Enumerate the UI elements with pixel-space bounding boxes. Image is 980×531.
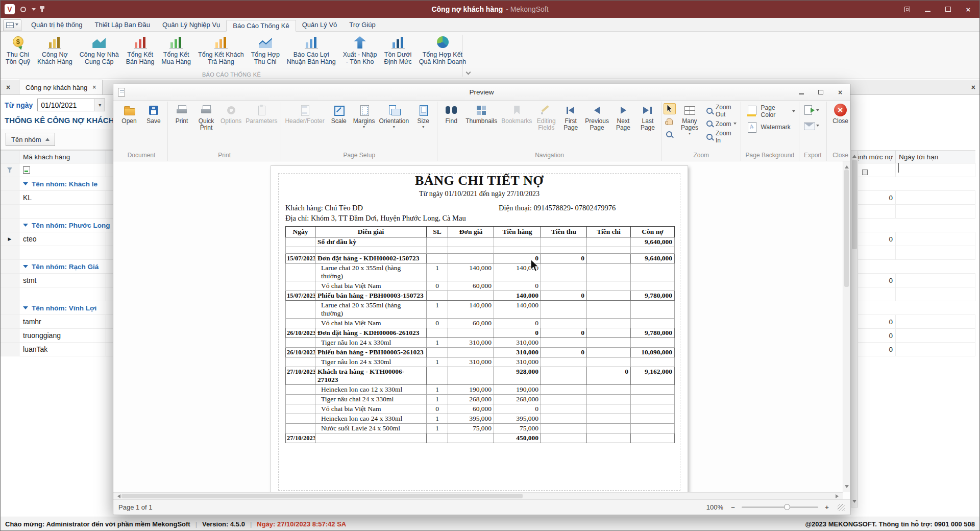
- ribbon-button[interactable]: Công Nợ Nhà Cung Cấp: [76, 33, 122, 66]
- ribbon-app-button[interactable]: [3, 19, 21, 31]
- collapse-icon[interactable]: [23, 182, 28, 188]
- toolbar-button[interactable]: Bookmarks ▾: [499, 102, 534, 125]
- ribbon-tab[interactable]: Quản trị hệ thống: [25, 19, 88, 31]
- dropdown-arrow-icon[interactable]: ▾: [94, 99, 105, 111]
- zoom-in-button[interactable]: Zoom In: [703, 129, 739, 144]
- send-email-button[interactable]: [801, 119, 820, 132]
- preview-horizontal-scrollbar[interactable]: [113, 492, 843, 499]
- zoom-in-icon[interactable]: +: [822, 503, 831, 511]
- scroll-left-icon[interactable]: [115, 494, 120, 498]
- document-tab[interactable]: Công nợ khách hàng ×: [19, 80, 103, 94]
- magnifier-tool-button[interactable]: [664, 129, 676, 140]
- ribbon-collapse-icon[interactable]: [466, 70, 471, 75]
- toolbar-button[interactable]: Editing Fields ▾: [534, 102, 558, 132]
- column-header-dinh-muc-no[interactable]: Định mức nợ: [858, 151, 896, 163]
- group-by-chip[interactable]: Tên nhóm: [6, 133, 55, 146]
- zoom-dropdown-button[interactable]: Zoom: [703, 119, 739, 128]
- column-header-ngay-toi-han[interactable]: Ngày tới hạn: [896, 151, 975, 163]
- toolbar-button[interactable]: Quick Print ▾: [194, 102, 218, 132]
- toolbar-button[interactable]: First Page ▾: [558, 102, 583, 132]
- grid-row[interactable]: [858, 260, 975, 274]
- fullscreen-button[interactable]: [897, 1, 917, 18]
- scrollbar-thumb[interactable]: [852, 160, 857, 249]
- zoom-slider-thumb[interactable]: [784, 504, 790, 510]
- grid-row[interactable]: 0: [858, 343, 975, 356]
- toolbar-button[interactable]: Next Page ▾: [611, 102, 635, 132]
- toolbar-button[interactable]: Size ▾: [411, 102, 435, 130]
- grid-vertical-scrollbar[interactable]: [851, 150, 858, 508]
- toolbar-button[interactable]: Previous Page ▾: [583, 102, 611, 132]
- dialog-maximize-button[interactable]: [811, 84, 830, 100]
- scrollbar-thumb[interactable]: [844, 170, 849, 287]
- toolbar-button[interactable]: Last Page ▾: [635, 102, 660, 132]
- collapse-icon[interactable]: [23, 306, 28, 312]
- ribbon-button[interactable]: Tổng Kết Mua Hàng: [158, 33, 194, 66]
- toolbar-button[interactable]: Margins ▾: [351, 102, 377, 130]
- resize-grip[interactable]: [838, 504, 845, 511]
- grid-row[interactable]: 0: [858, 274, 975, 287]
- toolbar-button[interactable]: Parameters ▾: [243, 102, 279, 125]
- toolbar-button[interactable]: Options ▾: [218, 102, 243, 125]
- from-date-input[interactable]: 01/10/2021 ▾: [37, 99, 105, 111]
- grid-row[interactable]: [858, 246, 975, 260]
- scroll-down-icon[interactable]: [845, 485, 849, 490]
- ribbon-tab[interactable]: Trợ Giúp: [343, 19, 381, 31]
- ribbon-button[interactable]: Xuất - Nhập - Tồn Kho: [339, 33, 381, 66]
- page-color-button[interactable]: Page Color: [743, 104, 797, 118]
- toolbar-button[interactable]: Open ▾: [117, 102, 141, 125]
- ribbon-button[interactable]: Tổng Kết Bán Hàng: [122, 33, 158, 66]
- ribbon-button[interactable]: Thu Chi Tồn Quỹ: [2, 33, 34, 66]
- zoom-out-icon[interactable]: −: [728, 503, 738, 511]
- tab-strip-close-button[interactable]: ×: [971, 83, 975, 91]
- toolbar-button[interactable]: Thumbnails ▾: [463, 102, 499, 125]
- grid-row[interactable]: [858, 163, 975, 177]
- ribbon-button[interactable]: Công Nợ Khách Hàng: [34, 33, 76, 66]
- ribbon-tab[interactable]: Quản Lý Vỏ: [296, 19, 344, 31]
- export-document-button[interactable]: [801, 104, 820, 117]
- dialog-titlebar[interactable]: Preview ×: [113, 84, 850, 101]
- toolbar-button[interactable]: Orientation ▾: [377, 102, 411, 130]
- grid-row[interactable]: 0: [858, 329, 975, 343]
- maximize-button[interactable]: [938, 1, 958, 18]
- many-pages-button[interactable]: Many Pages ▾: [677, 102, 702, 136]
- ribbon-button[interactable]: Tổng Hợp Kết Quả Kinh Doanh: [415, 33, 470, 66]
- grid-row[interactable]: [858, 301, 975, 315]
- report-page[interactable]: BẢNG CHI TIẾT NỢ Từ ngày 01/10/2021 đến …: [271, 165, 688, 498]
- zoom-out-button[interactable]: Zoom Out: [703, 103, 739, 118]
- toolbar-button[interactable]: Save ▾: [141, 102, 166, 125]
- scrollbar-thumb[interactable]: [121, 494, 523, 498]
- ribbon-button[interactable]: Báo Cáo Lợi Nhuận Bán Hàng: [283, 33, 339, 66]
- ribbon-tab[interactable]: Báo Cáo Thống Kê: [226, 20, 296, 32]
- toolbar-button[interactable]: Print ▾: [169, 102, 194, 125]
- collapse-icon[interactable]: [23, 265, 28, 271]
- preview-vertical-scrollbar[interactable]: [843, 161, 850, 492]
- close-tab-icon[interactable]: ×: [92, 84, 96, 91]
- ribbon-button[interactable]: Tổng Hợp Thu Chi: [248, 33, 283, 66]
- close-all-tabs-button[interactable]: ×: [1, 83, 16, 91]
- collapse-icon[interactable]: [23, 224, 28, 229]
- toolbar-button[interactable]: Find ▾: [439, 102, 463, 125]
- grid-row[interactable]: 0: [858, 191, 975, 205]
- toolbar-button[interactable]: Header/Footer ▾: [283, 102, 326, 125]
- grid-row[interactable]: [858, 219, 975, 232]
- ribbon-tab[interactable]: Quản Lý Nghiệp Vụ: [156, 19, 226, 31]
- scroll-up-icon[interactable]: [845, 163, 849, 168]
- zoom-slider[interactable]: [742, 506, 818, 508]
- toolbar-button[interactable]: Scale ▾: [327, 102, 351, 125]
- grid-row[interactable]: [858, 205, 975, 219]
- close-button[interactable]: ×: [958, 1, 978, 18]
- scroll-right-icon[interactable]: [836, 494, 841, 498]
- pointer-tool-button[interactable]: [664, 103, 676, 114]
- grid-row[interactable]: [858, 287, 975, 301]
- close-preview-button[interactable]: Close: [828, 102, 853, 125]
- grid-row[interactable]: 0: [858, 315, 975, 329]
- minimize-button[interactable]: [917, 1, 938, 18]
- ribbon-tab[interactable]: Thiết Lập Ban Đầu: [88, 19, 156, 31]
- ribbon-button[interactable]: Tồn Dưới Định Mức: [380, 33, 415, 66]
- grid-row[interactable]: 0: [858, 232, 975, 246]
- dialog-close-button[interactable]: ×: [830, 84, 850, 100]
- hand-tool-button[interactable]: [664, 116, 676, 127]
- ribbon-button[interactable]: Tổng Kết Khách Trả Hàng: [194, 33, 248, 66]
- watermark-button[interactable]: Watermark: [743, 120, 797, 134]
- scroll-down-icon[interactable]: [852, 500, 856, 505]
